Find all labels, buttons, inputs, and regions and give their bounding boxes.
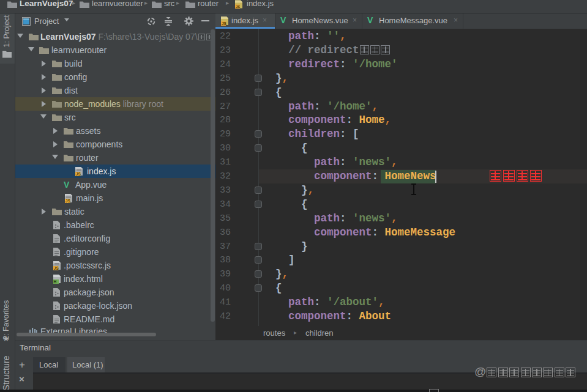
- svg-text:JS: JS: [236, 5, 240, 9]
- svg-text:JS: JS: [222, 21, 227, 26]
- svg-text:JS: JS: [65, 199, 71, 203]
- svg-text:H: H: [54, 279, 57, 284]
- svg-text:JS: JS: [76, 172, 81, 176]
- svg-text:JS: JS: [54, 266, 59, 270]
